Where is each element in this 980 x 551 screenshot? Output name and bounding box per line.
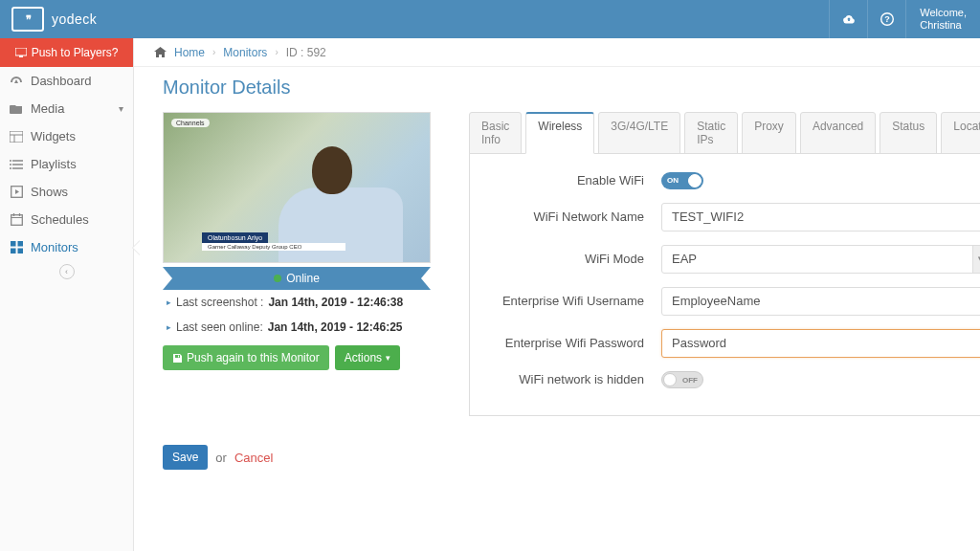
svg-rect-11 <box>11 215 22 226</box>
tab-location[interactable]: Location <box>941 112 980 154</box>
svg-rect-3 <box>19 55 23 57</box>
sidebar-item-label: Shows <box>31 185 68 199</box>
screenshot-watermark: Channels <box>171 119 210 127</box>
active-indicator-icon <box>133 240 141 255</box>
status-dot-icon <box>274 275 281 282</box>
brand[interactable]: ❞ yodeck <box>0 7 108 32</box>
ent-password-label: Enterprise Wifi Password <box>489 336 661 350</box>
sidebar-item-label: Playlists <box>31 157 77 171</box>
wifi-mode-label: WiFi Mode <box>489 252 661 266</box>
footer-or: or <box>215 451 227 465</box>
caret-right-icon: ▸ <box>167 322 171 332</box>
enable-wifi-toggle[interactable]: ON <box>661 172 703 189</box>
list-icon <box>10 158 23 171</box>
tab-status[interactable]: Status <box>880 112 937 154</box>
wifi-mode-select[interactable]: EAP ▼ <box>661 245 980 274</box>
svg-point-7 <box>10 160 11 162</box>
svg-point-9 <box>10 167 11 169</box>
ent-password-input[interactable] <box>661 329 980 358</box>
sidebar-item-dashboard[interactable]: Dashboard <box>0 67 133 95</box>
main: Home › Monitors › ID : 592 Monitor Detai… <box>134 38 980 551</box>
cloud-button[interactable] <box>829 0 867 38</box>
svg-rect-2 <box>15 48 27 55</box>
breadcrumb-current: ID : 592 <box>286 46 326 59</box>
help-icon: ? <box>880 12 894 26</box>
svg-rect-16 <box>17 241 23 247</box>
tab-static-ips[interactable]: Static IPs <box>684 112 738 154</box>
tab-wireless[interactable]: Wireless <box>525 112 594 154</box>
svg-rect-15 <box>11 241 16 247</box>
chevron-down-icon: ▾ <box>119 103 123 114</box>
last-seen-line: ▸ Last seen online: Jan 14th, 2019 - 12:… <box>163 315 431 340</box>
sidebar-item-label: Schedules <box>31 212 89 227</box>
breadcrumb-monitors[interactable]: Monitors <box>223 46 267 59</box>
save-icon <box>172 353 183 364</box>
chevron-down-icon: ▾ <box>386 353 390 363</box>
grid-icon <box>10 241 23 254</box>
tab-basic-info[interactable]: Basic Info <box>469 112 522 154</box>
folder-icon <box>10 102 23 116</box>
ent-username-input[interactable] <box>661 287 980 316</box>
chevron-left-icon: ‹ <box>59 264 75 279</box>
sidebar-item-monitors[interactable]: Monitors <box>0 233 133 261</box>
svg-rect-18 <box>17 249 23 254</box>
monitor-screenshot[interactable]: Channels Olatunbosun Ariyo Garner Callaw… <box>163 112 431 263</box>
sidebar-item-playlists[interactable]: Playlists <box>0 150 133 178</box>
wireless-panel: Enable WiFi ON WiFi Network Name <box>469 153 980 416</box>
calendar-icon <box>10 213 23 227</box>
push-again-button[interactable]: Push again to this Monitor <box>163 345 329 370</box>
gauge-icon <box>10 75 23 88</box>
breadcrumb-sep: › <box>275 47 278 57</box>
sidebar-item-media[interactable]: Media ▾ <box>0 95 133 122</box>
sidebar-collapse-button[interactable]: ‹ <box>0 261 133 282</box>
push-label: Push to Players? <box>32 46 119 59</box>
toggle-knob-icon <box>688 174 702 187</box>
cloud-upload-icon <box>842 12 856 26</box>
push-icon <box>15 48 27 57</box>
toggle-knob-icon <box>663 373 677 386</box>
enable-wifi-label: Enable WiFi <box>489 173 661 187</box>
screenshot-lower-third: Olatunbosun Ariyo Garner Callaway Deputy… <box>202 229 355 251</box>
save-button[interactable]: Save <box>163 445 208 470</box>
status-label: Online <box>286 272 320 285</box>
sidebar-item-label: Media <box>31 101 64 116</box>
caret-right-icon: ▸ <box>167 298 171 307</box>
ent-username-label: Enterprise Wifi Username <box>489 294 661 308</box>
push-to-players-button[interactable]: Push to Players? <box>0 38 133 67</box>
footer-actions: Save or Cancel <box>163 445 951 470</box>
help-button[interactable]: ? <box>867 0 905 38</box>
sidebar-item-label: Widgets <box>31 129 76 143</box>
settings-column: Basic Info Wireless 3G/4G/LTE Static IPs… <box>469 112 980 416</box>
sidebar-item-widgets[interactable]: Widgets <box>0 122 133 150</box>
wifi-mode-value: EAP <box>672 252 697 266</box>
svg-rect-4 <box>10 131 23 143</box>
sidebar: Push to Players? Dashboard Media ▾ Widge… <box>0 38 134 551</box>
welcome-block[interactable]: Welcome, Christina <box>905 0 980 38</box>
chevron-down-icon: ▼ <box>972 246 980 273</box>
tab-advanced[interactable]: Advanced <box>800 112 876 154</box>
breadcrumb-sep: › <box>212 47 215 57</box>
welcome-username: Christina <box>920 19 967 32</box>
last-screenshot-line: ▸ Last screenshot : Jan 14th, 2019 - 12:… <box>163 290 431 315</box>
network-name-input[interactable] <box>661 203 980 231</box>
hidden-network-label: WiFi network is hidden <box>489 372 661 386</box>
tab-3g4glte[interactable]: 3G/4G/LTE <box>598 112 680 154</box>
welcome-label: Welcome, <box>920 7 967 19</box>
home-icon <box>153 46 167 59</box>
sidebar-item-label: Monitors <box>31 240 78 254</box>
svg-point-8 <box>10 164 11 165</box>
brand-logo-icon: ❞ <box>11 7 44 32</box>
cancel-link[interactable]: Cancel <box>234 451 273 465</box>
status-ribbon: Online <box>163 267 431 290</box>
page-title: Monitor Details <box>163 77 951 99</box>
svg-rect-17 <box>11 249 16 254</box>
tab-proxy[interactable]: Proxy <box>742 112 796 154</box>
sidebar-item-shows[interactable]: Shows <box>0 178 133 206</box>
monitor-preview-column: Channels Olatunbosun Ariyo Garner Callaw… <box>163 112 431 370</box>
breadcrumb-home[interactable]: Home <box>174 46 205 59</box>
actions-button[interactable]: Actions ▾ <box>335 345 400 370</box>
sidebar-item-schedules[interactable]: Schedules <box>0 206 133 233</box>
topbar: ❞ yodeck ? Welcome, Christina <box>0 0 980 38</box>
hidden-network-toggle[interactable]: OFF <box>661 371 703 388</box>
network-name-label: WiFi Network Name <box>489 209 661 224</box>
